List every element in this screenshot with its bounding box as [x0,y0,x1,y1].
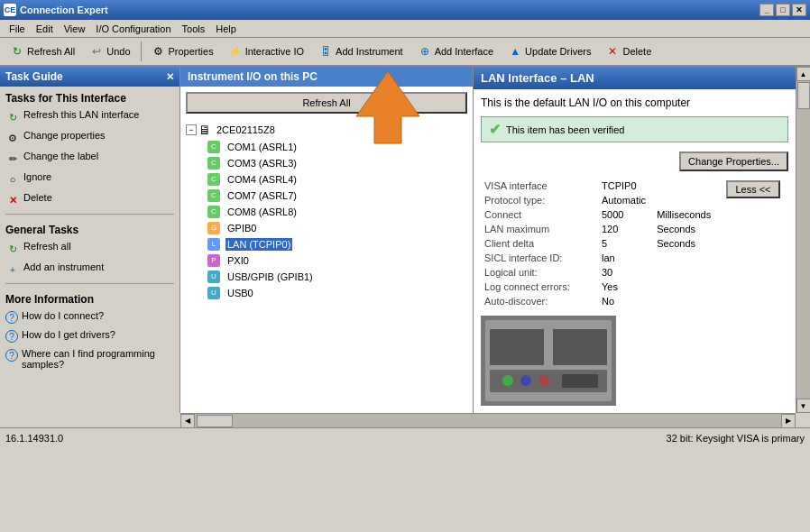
center-panel: Instrument I/O on this PC Refresh All − … [180,67,474,413]
toolbar-delete[interactable]: ✕ Delete [599,41,658,62]
tree-root-item[interactable]: − 🖥 2CE02115Z8 [186,121,467,139]
gpib0-label[interactable]: GPIB0 [226,222,258,234]
menu-io-config[interactable]: I/O Configuration [90,22,176,36]
app-icon: CE [4,4,16,16]
maximize-button[interactable]: □ [776,4,790,16]
horizontal-scroll-thumb[interactable] [197,415,233,427]
general-tasks-title: General Tasks [0,218,179,238]
menu-edit[interactable]: Edit [31,22,59,36]
app-title: Connection Expert [20,5,108,15]
scroll-left-button[interactable]: ◀ [180,414,195,428]
task-guide-close-button[interactable]: ✕ [166,71,174,83]
title-bar: CE Connection Expert _ □ ✕ [0,0,810,20]
less-button[interactable]: Less << [726,180,779,198]
svg-point-8 [538,375,549,386]
refresh-all-button[interactable]: Refresh All [186,92,467,114]
usb0-icon: U [207,287,220,299]
tree-com3[interactable]: C COM3 (ASRL3) [207,155,467,171]
add-instrument-icon: 🎛 [318,44,333,59]
tree-com8[interactable]: C COM8 (ASRL8) [207,204,467,220]
svg-point-7 [520,375,531,386]
pxi0-icon: P [207,254,220,267]
tree-root-label[interactable]: 2CE02115Z8 [215,124,277,136]
task-programming-samples[interactable]: ? Where can I find programming samples? [0,345,179,372]
com8-label[interactable]: COM8 (ASRL8) [226,206,299,218]
com3-label[interactable]: COM3 (ASRL3) [226,157,299,170]
task-ignore[interactable]: ○ Ignore [0,169,179,189]
minimize-button[interactable]: _ [759,4,774,16]
menu-tools[interactable]: Tools [177,22,211,36]
tree-pxi0[interactable]: P PXI0 [207,252,467,269]
scroll-up-button[interactable]: ▲ [796,67,811,81]
prop-logical-unit: Logical unit: 30 [481,265,788,280]
com8-icon: C [207,206,220,218]
tree-usb0[interactable]: U USB0 [207,285,467,301]
panel-description: This is the default LAN I/O on this comp… [481,96,788,109]
menu-bar: File Edit View I/O Configuration Tools H… [0,20,810,38]
com7-label[interactable]: COM7 (ASRL7) [226,189,299,202]
toolbar-update-drivers[interactable]: ▲ Update Drivers [502,41,597,62]
toolbar-properties[interactable]: ⚙ Properties [145,41,220,62]
com4-label[interactable]: COM4 (ASRL4) [226,173,299,186]
task-add-instrument[interactable]: + Add an instrument [0,259,179,280]
task-delete[interactable]: ✕ Delete [0,189,179,210]
toolbar-add-interface[interactable]: ⊕ Add Interface [411,41,500,62]
tree-gpib0[interactable]: G GPIB0 [207,220,467,236]
change-label-icon: ✏ [5,151,20,166]
task-change-properties[interactable]: ⚙ Change properties [0,127,179,148]
lan-label[interactable]: LAN (TCPIP0) [226,238,292,251]
menu-help[interactable]: Help [210,22,242,36]
verified-icon: ✔ [489,121,501,138]
com1-icon: C [207,141,220,153]
tree-usbgpib[interactable]: U USB/GPIB (GPIB1) [207,269,467,285]
task-refresh-all[interactable]: ↻ Refresh all [0,238,179,259]
menu-file[interactable]: File [4,22,31,36]
pxi0-label[interactable]: PXI0 [226,254,251,267]
lan-icon: L [207,238,220,251]
add-interface-icon: ⊕ [418,44,432,59]
menu-view[interactable]: View [59,22,91,36]
task-guide-header: Task Guide ✕ [0,67,179,87]
svg-rect-3 [490,329,544,365]
properties-icon: ⚙ [152,44,166,59]
toolbar-refresh-all[interactable]: ↻ Refresh All [4,41,81,62]
com7-icon: C [207,189,220,202]
scroll-right-button[interactable]: ▶ [781,414,796,428]
toolbar-interactive-io[interactable]: ⚡ Interactive IO [222,41,310,62]
undo-icon: ↩ [89,44,104,59]
delete-icon: ✕ [605,44,620,59]
refresh-all-icon: ↻ [10,44,24,59]
task-how-drivers[interactable]: ? How do I get drivers? [0,326,179,345]
task-change-label[interactable]: ✏ Change the label [0,148,179,169]
tree-expand-icon[interactable]: − [186,124,197,135]
tree-lan[interactable]: L LAN (TCPIP0) [207,236,467,252]
tasks-section-title: Tasks for This Interface [0,87,179,106]
prop-visa: VISA interface TCPIP0 Less << [481,179,788,193]
task-how-connect[interactable]: ? How do I connect? [0,307,179,326]
how-connect-icon: ? [5,311,18,324]
status-info: 32 bit: Keysight VISA is primary [667,433,805,444]
toolbar-add-instrument[interactable]: 🎛 Add Instrument [312,41,410,62]
properties-table: VISA interface TCPIP0 Less << Protocol t… [481,179,788,308]
interactive-io-icon: ⚡ [228,44,243,59]
com1-label[interactable]: COM1 (ASRL1) [226,141,299,153]
bottom-scrollbar: ◀ ▶ [180,413,796,427]
task-refresh-lan[interactable]: ↻ Refresh this LAN interface [0,106,179,127]
tree-com7[interactable]: C COM7 (ASRL7) [207,188,467,204]
usb0-label[interactable]: USB0 [226,287,255,299]
scroll-down-button[interactable]: ▼ [796,399,811,413]
how-drivers-icon: ? [5,330,18,343]
usbgpib-label[interactable]: USB/GPIB (GPIB1) [226,271,315,283]
svg-rect-9 [562,374,598,388]
svg-point-6 [502,375,513,386]
scroll-thumb[interactable] [797,82,810,109]
tree-com1[interactable]: C COM1 (ASRL1) [207,139,467,155]
task-add-instrument-icon: + [5,262,20,277]
center-header: Instrument I/O on this PC [180,67,473,87]
change-props-icon: ⚙ [5,131,20,145]
change-properties-button[interactable]: Change Properties... [679,151,788,171]
close-button[interactable]: ✕ [792,4,806,16]
tree-com4[interactable]: C COM4 (ASRL4) [207,171,467,188]
task-guide-panel: Task Guide ✕ Tasks for This Interface ↻ … [0,67,180,413]
toolbar-undo[interactable]: ↩ Undo [83,41,136,62]
